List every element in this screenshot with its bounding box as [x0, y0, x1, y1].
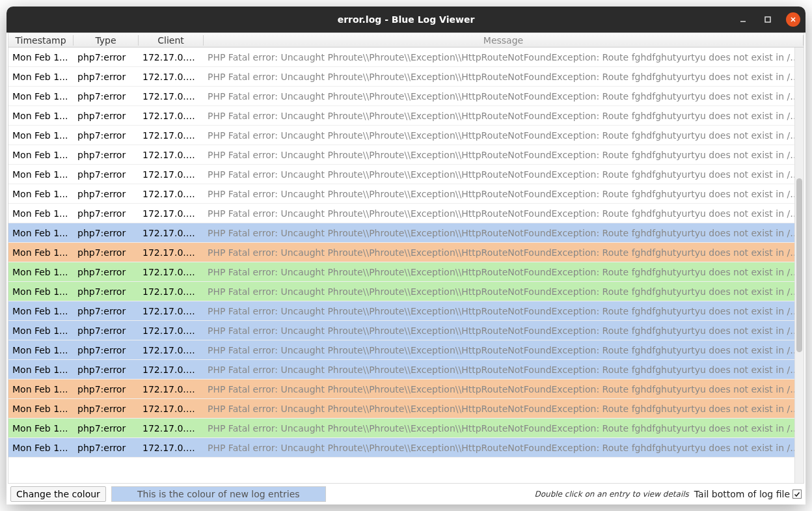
cell-message: PHP Fatal error: Uncaught Phroute\\Phrou…	[204, 91, 804, 102]
tail-label[interactable]: Tail bottom of log file	[694, 489, 802, 499]
cell-type: php7:error	[74, 52, 139, 62]
cell-type: php7:error	[74, 404, 139, 414]
cell-message: PHP Fatal error: Uncaught Phroute\\Phrou…	[204, 52, 804, 62]
cell-timestamp: Mon Feb 1...	[8, 365, 74, 375]
cell-client: 172.17.0.1:...	[139, 404, 204, 414]
bottom-bar: Change the colour This is the colour of …	[7, 484, 805, 504]
table-row[interactable]: Mon Feb 1...php7:error172.17.0.1:...PHP …	[8, 399, 804, 419]
table-row[interactable]: Mon Feb 1...php7:error172.17.0.1:...PHP …	[8, 419, 804, 438]
cell-message: PHP Fatal error: Uncaught Phroute\\Phrou…	[204, 286, 804, 297]
cell-client: 172.17.0.1:...	[139, 189, 204, 199]
log-table: Timestamp Type Client Message Mon Feb 1.…	[8, 33, 804, 484]
svg-rect-1	[765, 17, 770, 22]
table-row[interactable]: Mon Feb 1...php7:error172.17.0.1:...PHP …	[8, 145, 804, 165]
column-header-timestamp[interactable]: Timestamp	[8, 35, 74, 46]
cell-client: 172.17.0.1:...	[139, 325, 204, 336]
cell-timestamp: Mon Feb 1...	[8, 169, 74, 180]
change-colour-button[interactable]: Change the colour	[10, 486, 106, 502]
cell-client: 172.17.0.1:...	[139, 384, 204, 394]
table-row[interactable]: Mon Feb 1...php7:error172.17.0.1:...PHP …	[8, 67, 804, 87]
cell-client: 172.17.0.1:...	[139, 111, 204, 121]
cell-message: PHP Fatal error: Uncaught Phroute\\Phrou…	[204, 72, 804, 82]
table-row[interactable]: Mon Feb 1...php7:error172.17.0.1:...PHP …	[8, 165, 804, 184]
cell-message: PHP Fatal error: Uncaught Phroute\\Phrou…	[204, 325, 804, 336]
cell-message: PHP Fatal error: Uncaught Phroute\\Phrou…	[204, 345, 804, 355]
cell-timestamp: Mon Feb 1...	[8, 130, 74, 141]
cell-type: php7:error	[74, 345, 139, 355]
table-row[interactable]: Mon Feb 1...php7:error172.17.0.1:...PHP …	[8, 301, 804, 321]
cell-type: php7:error	[74, 306, 139, 316]
table-row[interactable]: Mon Feb 1...php7:error172.17.0.1:...PHP …	[8, 282, 804, 301]
cell-type: php7:error	[74, 286, 139, 297]
checkmark-icon	[794, 491, 800, 497]
cell-type: php7:error	[74, 267, 139, 277]
cell-timestamp: Mon Feb 1...	[8, 91, 74, 102]
close-button[interactable]	[786, 12, 800, 27]
column-header-client[interactable]: Client	[139, 35, 204, 46]
table-row[interactable]: Mon Feb 1...php7:error172.17.0.1:...PHP …	[8, 48, 804, 67]
window-title: error.log - Blue Log Viewer	[7, 14, 805, 25]
cell-client: 172.17.0.1:...	[139, 443, 204, 453]
column-header-type[interactable]: Type	[74, 35, 139, 46]
cell-client: 172.17.0.1:...	[139, 247, 204, 258]
cell-type: php7:error	[74, 189, 139, 199]
cell-type: php7:error	[74, 325, 139, 336]
table-row[interactable]: Mon Feb 1...php7:error172.17.0.1:...PHP …	[8, 360, 804, 380]
cell-client: 172.17.0.1:...	[139, 286, 204, 297]
cell-timestamp: Mon Feb 1...	[8, 404, 74, 414]
window-controls	[737, 7, 800, 33]
vertical-scrollbar[interactable]	[794, 48, 804, 483]
cell-timestamp: Mon Feb 1...	[8, 325, 74, 336]
tail-label-text: Tail bottom of log file	[694, 489, 790, 499]
cell-client: 172.17.0.1:...	[139, 267, 204, 277]
cell-type: php7:error	[74, 384, 139, 394]
cell-timestamp: Mon Feb 1...	[8, 72, 74, 82]
cell-timestamp: Mon Feb 1...	[8, 345, 74, 355]
cell-type: php7:error	[74, 423, 139, 434]
table-row[interactable]: Mon Feb 1...php7:error172.17.0.1:...PHP …	[8, 126, 804, 145]
table-row[interactable]: Mon Feb 1...php7:error172.17.0.1:...PHP …	[8, 243, 804, 262]
cell-message: PHP Fatal error: Uncaught Phroute\\Phrou…	[204, 130, 804, 141]
cell-timestamp: Mon Feb 1...	[8, 52, 74, 62]
table-row[interactable]: Mon Feb 1...php7:error172.17.0.1:...PHP …	[8, 321, 804, 340]
cell-message: PHP Fatal error: Uncaught Phroute\\Phrou…	[204, 365, 804, 375]
cell-message: PHP Fatal error: Uncaught Phroute\\Phrou…	[204, 208, 804, 219]
cell-type: php7:error	[74, 72, 139, 82]
table-row[interactable]: Mon Feb 1...php7:error172.17.0.1:...PHP …	[8, 262, 804, 282]
column-header-message[interactable]: Message	[204, 35, 804, 46]
cell-message: PHP Fatal error: Uncaught Phroute\\Phrou…	[204, 443, 804, 453]
cell-type: php7:error	[74, 111, 139, 121]
cell-timestamp: Mon Feb 1...	[8, 189, 74, 199]
cell-type: php7:error	[74, 365, 139, 375]
cell-client: 172.17.0.1:...	[139, 345, 204, 355]
cell-timestamp: Mon Feb 1...	[8, 423, 74, 434]
vertical-scrollbar-thumb[interactable]	[796, 178, 802, 353]
table-row[interactable]: Mon Feb 1...php7:error172.17.0.1:...PHP …	[8, 380, 804, 399]
colour-sample: This is the colour of new log entries	[111, 486, 326, 502]
tail-checkbox[interactable]	[792, 490, 802, 499]
cell-message: PHP Fatal error: Uncaught Phroute\\Phrou…	[204, 150, 804, 160]
cell-message: PHP Fatal error: Uncaught Phroute\\Phrou…	[204, 247, 804, 258]
table-row[interactable]: Mon Feb 1...php7:error172.17.0.1:...PHP …	[8, 223, 804, 243]
cell-client: 172.17.0.1:...	[139, 423, 204, 434]
cell-client: 172.17.0.1:...	[139, 208, 204, 219]
cell-client: 172.17.0.1:...	[139, 91, 204, 102]
cell-timestamp: Mon Feb 1...	[8, 247, 74, 258]
cell-type: php7:error	[74, 169, 139, 180]
cell-message: PHP Fatal error: Uncaught Phroute\\Phrou…	[204, 423, 804, 434]
window-frame: error.log - Blue Log Viewer Timestamp Ty…	[7, 7, 805, 504]
minimize-button[interactable]	[737, 13, 750, 26]
table-row[interactable]: Mon Feb 1...php7:error172.17.0.1:...PHP …	[8, 204, 804, 223]
double-click-hint: Double click on an entry to view details	[331, 490, 689, 499]
table-row[interactable]: Mon Feb 1...php7:error172.17.0.1:...PHP …	[8, 184, 804, 204]
titlebar[interactable]: error.log - Blue Log Viewer	[7, 7, 805, 33]
table-row[interactable]: Mon Feb 1...php7:error172.17.0.1:...PHP …	[8, 87, 804, 106]
cell-client: 172.17.0.1:...	[139, 150, 204, 160]
table-row[interactable]: Mon Feb 1...php7:error172.17.0.1:...PHP …	[8, 438, 804, 458]
cell-timestamp: Mon Feb 1...	[8, 208, 74, 219]
table-row[interactable]: Mon Feb 1...php7:error172.17.0.1:...PHP …	[8, 340, 804, 360]
cell-timestamp: Mon Feb 1...	[8, 443, 74, 453]
cell-type: php7:error	[74, 228, 139, 238]
maximize-button[interactable]	[761, 13, 774, 26]
table-row[interactable]: Mon Feb 1...php7:error172.17.0.1:...PHP …	[8, 106, 804, 126]
